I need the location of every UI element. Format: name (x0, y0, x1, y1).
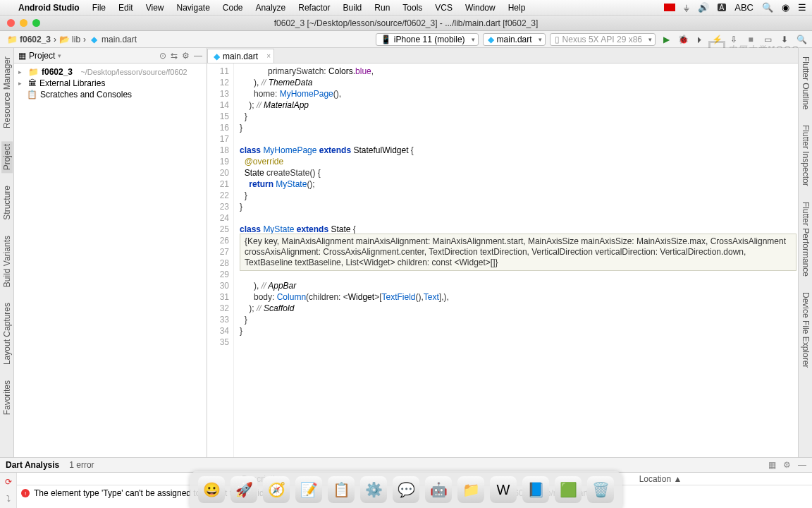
spotlight-icon[interactable]: 🔍 (762, 2, 773, 13)
search-everywhere-button[interactable]: 🔍 (795, 33, 808, 46)
menu-refactor[interactable]: Refactor (298, 3, 330, 13)
tool-layout-captures[interactable]: Layout Captures (1, 300, 13, 368)
project-tree[interactable]: ▸📁f0602_3 ~/Desktop/lesson/source/f0602 … (14, 64, 207, 103)
autoscroll-icon[interactable]: ⤵ (6, 494, 11, 504)
dart-icon: ◆ (488, 35, 494, 44)
tool-device-file-explorer[interactable]: Device File Explorer (800, 289, 811, 370)
menu-file[interactable]: File (92, 3, 106, 13)
dock-android-studio[interactable]: 🤖 (425, 476, 452, 503)
project-panel-header: ▦ Project ▾ ⊙ ⇆ ⚙ — (14, 48, 207, 64)
emulator-selector[interactable]: ▯Nexus 5X API 29 x86 (550, 33, 656, 46)
menu-build[interactable]: Build (343, 3, 362, 13)
tab-main-dart[interactable]: ◆main.dart× (207, 49, 274, 63)
tool-project[interactable]: Project (1, 141, 13, 173)
menu-analyze[interactable]: Analyze (256, 3, 286, 13)
dock-camtasia[interactable]: 🟩 (555, 476, 582, 503)
dock-wechat[interactable]: 💬 (393, 476, 419, 503)
menu-tools[interactable]: Tools (402, 3, 422, 13)
menu-vcs[interactable]: VCS (435, 3, 453, 13)
hide-icon[interactable]: — (798, 460, 806, 470)
gear-icon[interactable]: ⚙ (783, 460, 791, 470)
sdk-manager-button[interactable]: ⬇ (778, 33, 791, 46)
hot-reload-button[interactable]: ⚡ (710, 33, 723, 46)
dock-folder[interactable]: 📁 (457, 476, 484, 503)
menu-navigate[interactable]: Navigate (176, 3, 209, 13)
analysis-left-toolbar: ⟳ ⤵ ▤ ▣ ▼ (0, 473, 17, 508)
menu-edit[interactable]: Edit (118, 3, 133, 13)
expand-icon[interactable]: ⇆ (171, 51, 178, 61)
run-button[interactable]: ▶ (660, 33, 672, 46)
project-panel: ▦ Project ▾ ⊙ ⇆ ⚙ — ▸📁f0602_3 ~/Desktop/… (14, 48, 207, 457)
menu-icon[interactable]: ☰ (798, 2, 806, 13)
menu-window[interactable]: Window (465, 3, 496, 13)
close-icon[interactable]: × (266, 52, 271, 60)
volume-icon[interactable]: 🔊 (698, 2, 709, 13)
group-icon[interactable]: ▦ (768, 460, 776, 470)
device-selector[interactable]: 📱iPhone 11 (mobile) (376, 33, 479, 46)
tool-favorites[interactable]: Favorites (1, 377, 13, 418)
crumb-file: main.dart (102, 35, 137, 44)
close-window-button[interactable] (7, 19, 15, 27)
analysis-panel-header: Dart Analysis 1 error ▦ ⚙ — (0, 457, 812, 473)
minimize-window-button[interactable] (20, 19, 27, 27)
menu-view[interactable]: View (146, 3, 164, 13)
menu-help[interactable]: Help (508, 3, 526, 13)
folder-icon: 📂 (59, 35, 69, 44)
debug-button[interactable]: 🐞 (677, 33, 689, 46)
profile-button[interactable]: ⏵ (694, 33, 706, 46)
tree-external-libraries[interactable]: ▸🏛External Libraries (17, 78, 204, 89)
zoom-window-button[interactable] (32, 19, 40, 27)
avd-manager-button[interactable]: ▭ (761, 33, 774, 46)
breadcrumb[interactable]: 📁 f0602_3 › 📂 lib › ◆ main.dart (4, 33, 140, 46)
wifi-icon[interactable]: ⏚ (684, 2, 689, 13)
sort-asc-icon: ▲ (673, 474, 682, 484)
library-icon: 🏛 (28, 78, 37, 88)
parameter-info-tooltip: {Key key, MainAxisAlignment mainAxisAlig… (240, 234, 796, 271)
dock-wps[interactable]: W (490, 476, 517, 503)
dock-app[interactable]: 📘 (522, 476, 549, 503)
menu-run[interactable]: Run (374, 3, 390, 13)
error-icon: ! (21, 489, 30, 497)
gear-icon[interactable]: ⚙ (182, 51, 190, 61)
dock-reminders[interactable]: 📋 (328, 476, 355, 503)
siri-icon[interactable]: ◉ (782, 2, 789, 13)
chevron-right-icon: › (83, 35, 86, 44)
tool-flutter-inspector[interactable]: Flutter Inspector (800, 122, 811, 189)
menu-code[interactable]: Code (223, 3, 243, 13)
run-config-selector[interactable]: ◆main.dart (483, 33, 546, 46)
crumb-folder: lib (72, 35, 80, 44)
app-name[interactable]: Android Studio (18, 3, 80, 13)
dart-file-icon: ◆ (214, 52, 220, 61)
phone-icon: 📱 (381, 35, 391, 44)
macos-dock: 😀 🚀 🧭 📝 📋 ⚙️ 💬 🤖 📁 W 📘 🟩 🗑️ (190, 471, 622, 508)
stop-button[interactable]: ■ (744, 33, 757, 46)
project-view-selector[interactable]: Project (29, 51, 55, 61)
refresh-icon[interactable]: ⟳ (5, 477, 12, 487)
dock-launchpad[interactable]: 🚀 (230, 476, 257, 503)
hide-icon[interactable]: — (194, 51, 202, 61)
left-tool-gutter: Resource Manager Project Structure Build… (0, 48, 14, 457)
dock-finder[interactable]: 😀 (198, 476, 225, 503)
tree-scratches[interactable]: 📋Scratches and Consoles (17, 89, 204, 100)
line-gutter: 1112131415161718192021222324252627282930… (207, 64, 234, 457)
dock-safari[interactable]: 🧭 (263, 476, 290, 503)
input-source[interactable]: A (718, 4, 727, 11)
dock-trash[interactable]: 🗑️ (587, 476, 614, 503)
window-titlebar: f0602_3 [~/Desktop/lesson/source/f0602_3… (0, 16, 812, 31)
window-title: f0602_3 [~/Desktop/lesson/source/f0602_3… (274, 18, 539, 28)
tool-flutter-outline[interactable]: Flutter Outline (800, 54, 811, 112)
tool-flutter-performance[interactable]: Flutter Performance (800, 199, 811, 279)
analysis-title: Dart Analysis (6, 460, 59, 470)
dart-file-icon: ◆ (89, 35, 99, 44)
tool-structure[interactable]: Structure (1, 183, 13, 223)
tool-resource-manager[interactable]: Resource Manager (1, 54, 13, 131)
dock-notes[interactable]: 📝 (295, 476, 322, 503)
tool-build-variants[interactable]: Build Variants (1, 233, 13, 290)
flag-icon (664, 4, 675, 11)
code-area[interactable]: 1112131415161718192021222324252627282930… (207, 64, 798, 457)
locate-icon[interactable]: ⊙ (159, 51, 166, 61)
folder-icon: ▦ (18, 51, 26, 61)
attach-button[interactable]: ⇩ (727, 33, 740, 46)
dock-settings[interactable]: ⚙️ (360, 476, 387, 503)
tree-root[interactable]: ▸📁f0602_3 ~/Desktop/lesson/source/f0602 (17, 66, 204, 78)
